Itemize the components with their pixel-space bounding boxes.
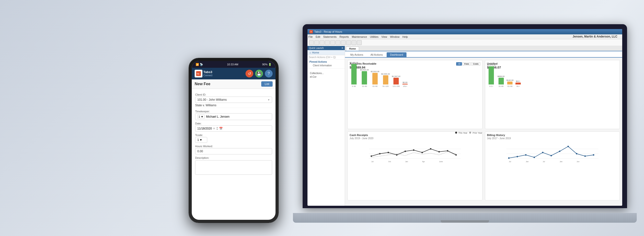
filter-all[interactable]: All bbox=[456, 62, 462, 66]
toolbar-btn-9[interactable] bbox=[352, 40, 356, 45]
cash-receipts-card: Cash Receipts July 2019 - June 2020 This… bbox=[348, 132, 482, 200]
toolbar-btn-5[interactable] bbox=[330, 40, 335, 45]
bar-label-0-30-value: $5,489.00 bbox=[350, 62, 358, 64]
pinned-actions-title: Pinned Actions bbox=[310, 60, 343, 63]
bar-151 bbox=[402, 84, 408, 84]
unbilled-bar-1 bbox=[498, 78, 504, 84]
bar-label-0-30: 0-30 bbox=[352, 85, 356, 88]
client-id-value: 101.00 - John Williams bbox=[197, 98, 226, 102]
menu-file[interactable]: File bbox=[308, 35, 313, 38]
legend-dot-prior-year bbox=[469, 132, 471, 134]
date-arrows[interactable]: ▲ ▼ bbox=[216, 126, 218, 130]
phone-app-header: T3 Tabs3 Connect ↺ 💾 ? bbox=[192, 68, 276, 80]
toolbar-btn-1[interactable] bbox=[309, 40, 314, 45]
menu-statements[interactable]: Statements bbox=[323, 35, 337, 38]
bar-label-91-120: 91-120 bbox=[382, 85, 388, 88]
unbilled-bar-2 bbox=[507, 82, 512, 84]
tab-my-actions[interactable]: My Actions bbox=[347, 52, 366, 57]
app-logo: T bbox=[310, 30, 313, 34]
tcode-value: 1 bbox=[197, 138, 199, 142]
calendar-icon[interactable]: 📅 bbox=[219, 127, 223, 130]
bar-label-61-90: 61-90 bbox=[372, 85, 378, 88]
toolbar-btn-10[interactable] bbox=[357, 40, 362, 45]
menu-maintenance[interactable]: Maintenance bbox=[352, 35, 367, 38]
description-input[interactable] bbox=[195, 160, 272, 175]
sidebar-search[interactable]: Search Actions (Ctrl + Q) bbox=[308, 55, 345, 60]
filter-fees[interactable]: Fees bbox=[462, 62, 471, 66]
svg-text:Jul: Jul bbox=[372, 161, 374, 162]
unbilled-bar-1-label: 31-60 bbox=[498, 85, 503, 88]
unbilled-bar-1-value: $668.00 bbox=[498, 75, 504, 78]
bar-group-91-120: $2,033.42 91-120 bbox=[381, 73, 390, 88]
svg-point-4 bbox=[379, 153, 380, 154]
refresh-icon-btn[interactable]: ↺ bbox=[246, 70, 253, 78]
list-button[interactable]: List bbox=[261, 81, 272, 87]
app-name-block: Tabs3 Connect bbox=[203, 70, 212, 77]
toolbar-btn-7[interactable] bbox=[341, 40, 346, 45]
date-input[interactable]: 11/18/2020 ✕ ▲ ▼ 📅 bbox=[195, 126, 272, 132]
svg-text:Jul: Jul bbox=[509, 161, 511, 162]
help-icon-btn[interactable]: ? bbox=[265, 70, 272, 78]
menu-reports[interactable]: Reports bbox=[340, 35, 349, 38]
timekeeper-number[interactable]: 1 ▼ bbox=[197, 114, 204, 119]
toolbar-btn-3[interactable] bbox=[320, 40, 324, 45]
billing-history-subtitle: July 2017 - June 2019 bbox=[487, 137, 618, 140]
bar-31-60 bbox=[362, 71, 367, 84]
legend-this-year: This Year bbox=[455, 132, 468, 134]
svg-point-31 bbox=[584, 156, 586, 157]
tcode-label: Tcode: bbox=[195, 134, 272, 136]
client-id-input[interactable]: 101.00 - John Williams ▼ bbox=[195, 96, 272, 103]
sidebar-elcor[interactable]: el-Cor bbox=[308, 75, 345, 79]
svg-point-28 bbox=[559, 150, 560, 152]
hours-worked-label: Hours Worked: bbox=[195, 145, 272, 148]
bar-121-150 bbox=[394, 78, 399, 84]
menu-utilities[interactable]: Utilities bbox=[370, 35, 378, 38]
sidebar-home[interactable]: ⌂ Home bbox=[308, 50, 345, 55]
content-tab-home[interactable]: Home bbox=[346, 46, 359, 51]
svg-text:Jan: Jan bbox=[560, 161, 562, 162]
menu-edit[interactable]: Edit bbox=[316, 35, 320, 38]
tab-dashboard[interactable]: Dashboard bbox=[387, 52, 406, 57]
timekeeper-row[interactable]: 1 ▼ Michael L. Jensen bbox=[195, 113, 272, 120]
timekeeper-name: Michael L. Jensen bbox=[206, 115, 230, 118]
bar-label-121-150-value: $1,547.02 bbox=[392, 75, 400, 78]
bar-61-90 bbox=[372, 73, 378, 84]
menu-view[interactable]: View bbox=[381, 35, 387, 38]
toolbar-btn-2[interactable] bbox=[314, 40, 319, 45]
tabs3-logo: T3 Tabs3 Connect bbox=[195, 70, 212, 78]
svg-point-3 bbox=[371, 156, 372, 157]
ar-filter-buttons: All Fees Costs bbox=[456, 62, 480, 66]
tab-all-actions[interactable]: All Actions bbox=[367, 52, 386, 57]
unbilled-bar-0-value: $2,070.20 bbox=[487, 64, 496, 66]
unbilled-bar-3 bbox=[516, 82, 521, 84]
bar-label-31-60-value: $3,510.20 bbox=[360, 69, 369, 71]
menu-help[interactable]: Help bbox=[402, 35, 408, 38]
toolbar-btn-6[interactable] bbox=[336, 40, 340, 45]
hours-worked-input[interactable]: 0.00 bbox=[195, 148, 272, 154]
unbilled-bar-3-label: 91+ bbox=[516, 85, 520, 88]
tcode-input[interactable]: 1 ▼ bbox=[195, 137, 207, 143]
quick-launch-label: Quick Launch bbox=[309, 47, 324, 50]
save-icon-btn[interactable]: 💾 bbox=[255, 70, 263, 78]
svg-text:Jun: Jun bbox=[576, 161, 579, 162]
svg-point-25 bbox=[533, 156, 535, 158]
cash-receipts-svg: Jul Oct Jan Apr June bbox=[350, 142, 480, 164]
phone-status-bar: 📶 📡 10:33 AM 90% 🔋 bbox=[192, 61, 276, 68]
svg-point-10 bbox=[430, 148, 432, 150]
sidebar-client-info[interactable]: Client Information bbox=[310, 64, 343, 67]
toolbar-btn-8[interactable] bbox=[346, 40, 351, 45]
date-clear-icon[interactable]: ✕ bbox=[213, 127, 215, 130]
description-label: Description: bbox=[195, 156, 272, 159]
date-label: Date: bbox=[195, 122, 272, 125]
sidebar-collections[interactable]: Collections... bbox=[308, 72, 345, 75]
quick-launch-close[interactable]: ✕ bbox=[341, 47, 343, 50]
new-fee-title: New Fee bbox=[195, 82, 210, 86]
toolbar bbox=[308, 39, 622, 46]
toolbar-btn-4[interactable] bbox=[325, 40, 330, 45]
filter-costs[interactable]: Costs bbox=[471, 62, 480, 66]
bar-label-151-value: $0.00 bbox=[402, 81, 408, 84]
menu-window[interactable]: Window bbox=[390, 35, 400, 38]
svg-point-27 bbox=[550, 155, 552, 156]
cash-receipts-subtitle: July 2019 - June 2020 bbox=[350, 137, 480, 140]
svg-point-7 bbox=[404, 150, 406, 152]
